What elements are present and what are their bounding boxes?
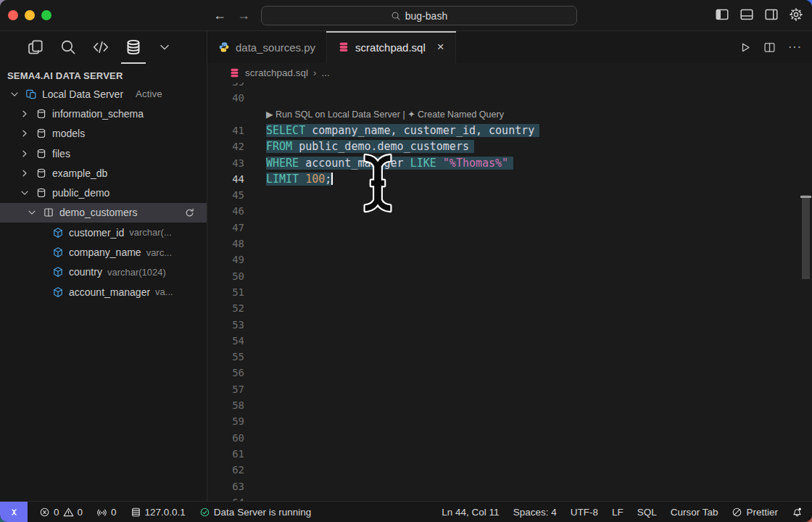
chevron-right-icon[interactable] bbox=[19, 108, 30, 120]
code-text: FROM public_demo.demo_customers bbox=[266, 138, 469, 154]
tab-label: scratchpad.sql bbox=[355, 41, 426, 54]
statusbar-language[interactable]: SQL bbox=[637, 507, 657, 518]
refresh-icon[interactable] bbox=[184, 207, 195, 218]
code-text: LIMIT 100; bbox=[266, 171, 333, 187]
tree-item-account-manager[interactable]: account_managerva... bbox=[0, 282, 207, 302]
editor-line-56: 56 bbox=[207, 365, 812, 381]
chevron-down-icon[interactable] bbox=[26, 207, 38, 218]
activity-code-icon[interactable] bbox=[92, 36, 109, 59]
activity-search-icon[interactable] bbox=[59, 36, 77, 59]
tree-item-demo-customers[interactable]: demo_customers bbox=[0, 203, 207, 223]
panel-right-icon[interactable] bbox=[764, 7, 779, 22]
zoom-window-button[interactable] bbox=[41, 10, 51, 20]
editor-line-45: 45 bbox=[207, 187, 812, 203]
codelens-create-named-query-link[interactable]: ✦ Create Named Query bbox=[407, 109, 504, 120]
breadcrumb[interactable]: scratchpad.sql › ... bbox=[207, 63, 812, 83]
line-number: 54 bbox=[207, 333, 244, 349]
tree-item-label: public_demo bbox=[52, 187, 109, 199]
editor-line-60: 60 bbox=[207, 430, 812, 446]
split-editor-icon[interactable] bbox=[763, 41, 776, 54]
tree-item-company-name[interactable]: company_namevarc... bbox=[0, 242, 207, 262]
close-tab-icon[interactable]: × bbox=[437, 42, 444, 52]
tree-item-example-db[interactable]: example_db bbox=[0, 163, 207, 183]
tree-item-country[interactable]: countryvarchar(1024) bbox=[0, 262, 207, 282]
editor-line-53: 53 bbox=[207, 317, 812, 333]
sql-db-icon bbox=[338, 41, 349, 53]
gear-icon[interactable] bbox=[789, 7, 803, 22]
traffic-lights bbox=[8, 10, 51, 20]
statusbar-ports[interactable]: 0 bbox=[96, 507, 117, 518]
run-query-icon[interactable] bbox=[739, 41, 751, 54]
line-number: 40 bbox=[207, 90, 244, 106]
statusbar-indentation[interactable]: Spaces: 4 bbox=[513, 507, 557, 518]
statusbar-text: Prettier bbox=[746, 507, 778, 518]
editor-group: data_sources.pyscratchpad.sql× ··· scrat… bbox=[207, 31, 812, 501]
tab-scratchpad-sql[interactable]: scratchpad.sql× bbox=[327, 31, 456, 63]
tree-item-public-demo[interactable]: public_demo bbox=[0, 183, 207, 202]
tree-item-local-data-server[interactable]: Local Data ServerActive bbox=[0, 84, 207, 104]
tree-item-label: files bbox=[52, 148, 70, 160]
command-center-search[interactable]: bug-bash bbox=[261, 6, 577, 25]
slash-circle-icon bbox=[732, 507, 742, 518]
chevron-down-icon[interactable] bbox=[19, 187, 30, 199]
minimize-window-button[interactable] bbox=[25, 10, 35, 20]
code-editor[interactable]: 3940▶ Run SQL on Local Data Server | ✦ C… bbox=[207, 83, 812, 501]
close-window-button[interactable] bbox=[8, 10, 18, 20]
more-actions-icon[interactable]: ··· bbox=[788, 41, 802, 54]
statusbar-prettier[interactable]: Prettier bbox=[732, 507, 778, 518]
tree-item-models[interactable]: models bbox=[0, 124, 207, 144]
line-number: 61 bbox=[207, 446, 244, 462]
forward-arrow-icon[interactable]: → bbox=[237, 6, 250, 25]
cube-icon bbox=[52, 227, 64, 239]
column-type-label: varchar(1024) bbox=[107, 267, 166, 278]
statusbar-text: Cursor Tab bbox=[671, 507, 718, 518]
search-value: bug-bash bbox=[405, 10, 447, 22]
activity-chevron-down-icon[interactable] bbox=[157, 37, 172, 57]
statusbar-text: LF bbox=[612, 507, 624, 518]
statusbar-notifications[interactable] bbox=[792, 507, 803, 518]
statusbar-cursor-position[interactable]: Ln 44, Col 11 bbox=[442, 507, 499, 518]
panel-left-icon[interactable] bbox=[715, 7, 729, 22]
codelens-run-sql-link[interactable]: ▶ Run SQL on Local Data Server bbox=[266, 109, 400, 120]
editor-line-42: 42FROM public_demo.demo_customers bbox=[207, 138, 812, 154]
chevron-right-icon[interactable] bbox=[19, 128, 30, 139]
data-server-tree: Local Data ServerActiveinformation_schem… bbox=[0, 84, 207, 501]
editor-line-47: 47 bbox=[207, 220, 812, 236]
line-number: 64 bbox=[207, 494, 244, 501]
db-icon bbox=[36, 108, 47, 120]
tree-item-label: company_name bbox=[69, 246, 141, 258]
breadcrumb-ellipsis[interactable]: ... bbox=[322, 67, 330, 78]
statusbar-problems[interactable]: 00 bbox=[39, 507, 83, 518]
line-number: 46 bbox=[207, 203, 244, 219]
line-number: 51 bbox=[207, 284, 244, 300]
chevron-down-icon[interactable] bbox=[9, 88, 20, 100]
chevron-right-icon[interactable] bbox=[19, 167, 30, 179]
statusbar-host[interactable]: 127.0.0.1 bbox=[130, 507, 186, 518]
breadcrumb-file[interactable]: scratchpad.sql bbox=[245, 67, 308, 78]
line-number: 52 bbox=[207, 300, 244, 316]
tab-label: data_sources.py bbox=[236, 41, 315, 54]
statusbar-cursor-tab[interactable]: Cursor Tab bbox=[671, 507, 718, 518]
line-number: 39 bbox=[207, 83, 244, 90]
db-icon bbox=[36, 187, 47, 199]
editor-line-62: 62 bbox=[207, 462, 812, 478]
sql-file-icon bbox=[229, 67, 240, 78]
statusbar-text: Spaces: 4 bbox=[513, 507, 557, 518]
statusbar-text: 0 bbox=[78, 507, 83, 518]
tree-item-customer-id[interactable]: customer_idvarchar(... bbox=[0, 223, 207, 242]
line-number: 56 bbox=[207, 365, 244, 381]
column-type-label: varc... bbox=[146, 247, 172, 258]
tab-data-sources-py[interactable]: data_sources.py bbox=[207, 31, 327, 63]
activity-database-icon[interactable] bbox=[125, 36, 142, 59]
back-arrow-icon[interactable]: ← bbox=[213, 6, 226, 25]
tree-item-files[interactable]: files bbox=[0, 144, 207, 163]
statusbar-eol[interactable]: LF bbox=[612, 507, 624, 518]
tree-item-information-schema[interactable]: information_schema bbox=[0, 104, 207, 123]
panel-bottom-icon[interactable] bbox=[740, 7, 754, 22]
statusbar-remote-indicator[interactable] bbox=[0, 502, 28, 522]
chevron-right-icon[interactable] bbox=[19, 148, 30, 160]
statusbar-text: 0 bbox=[54, 507, 59, 518]
statusbar-encoding[interactable]: UTF-8 bbox=[571, 507, 598, 518]
statusbar-data-server-status[interactable]: Data Server is running bbox=[199, 507, 311, 518]
activity-copy-icon[interactable] bbox=[27, 36, 44, 59]
